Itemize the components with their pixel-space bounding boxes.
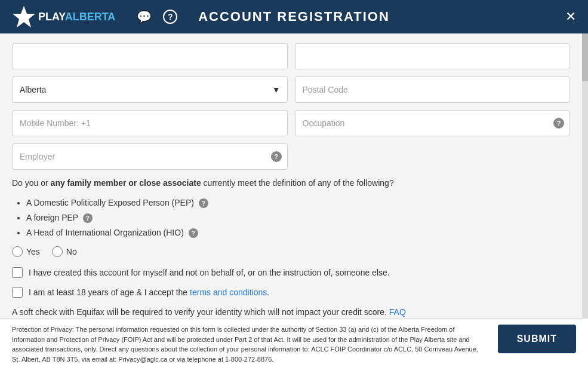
modal-footer: Protection of Privacy: The personal info…: [0, 318, 588, 370]
svg-marker-0: [13, 6, 35, 27]
equifax-notice-text: A soft check with Equifax will be requir…: [12, 307, 387, 317]
mobile-number-field: [12, 110, 288, 136]
no-label: No: [66, 247, 77, 256]
hio-label: A Head of International Organization (HI…: [26, 228, 184, 237]
mobile-number-input[interactable]: [12, 110, 288, 136]
modal-body-wrapper: Alberta British Columbia Ontario ▼ ?: [0, 33, 588, 318]
hio-help-icon[interactable]: ?: [189, 228, 198, 238]
list-item: A Domestic Politically Exposed Person (P…: [26, 197, 570, 209]
no-radio-label[interactable]: No: [52, 246, 77, 257]
partial-row: [12, 43, 570, 69]
pep-foreign-label: A foreign PEP: [26, 213, 78, 222]
mobile-occupation-row: ?: [12, 110, 570, 136]
list-item: A foreign PEP ?: [26, 212, 570, 224]
partial-field-left: [12, 43, 288, 69]
scroll-track[interactable]: [582, 33, 588, 318]
logo-alberta-text: ALBERTA: [65, 11, 116, 23]
employer-input[interactable]: [12, 143, 288, 170]
faq-link[interactable]: FAQ: [389, 307, 406, 317]
footer-privacy-text: Protection of Privacy: The personal info…: [12, 325, 486, 364]
chat-icon: 💬: [137, 10, 152, 24]
header-icons: 💬 ?: [134, 7, 180, 26]
no-radio[interactable]: [52, 246, 63, 257]
yes-no-radio-group: Yes No: [12, 246, 570, 257]
yes-label: Yes: [26, 247, 40, 256]
age-terms-suffix: .: [267, 288, 269, 297]
list-item: A Head of International Organization (HI…: [26, 227, 570, 239]
pep-question-section: Do you or any family member or close ass…: [12, 177, 570, 257]
age-terms-checkbox[interactable]: [12, 287, 23, 298]
help-button[interactable]: ?: [161, 7, 180, 26]
terms-and-conditions-link[interactable]: terms and conditions: [190, 288, 267, 297]
help-question-icon: ?: [163, 10, 177, 24]
pep-foreign-help-icon[interactable]: ?: [83, 213, 93, 223]
equifax-notice: A soft check with Equifax will be requir…: [12, 306, 570, 318]
logo-play-text: PLAY: [38, 11, 65, 23]
modal-header: PLAYALBERTA 💬 ? ACCOUNT REGISTRATION ✕: [0, 0, 588, 33]
occupation-input[interactable]: [295, 110, 571, 136]
postal-code-field: [295, 77, 571, 103]
age-terms-prefix: I am at least 18 years of age & I accept…: [29, 288, 190, 297]
employer-row: ?: [12, 143, 570, 170]
self-account-checkbox-label[interactable]: I have created this account for myself a…: [12, 267, 570, 279]
modal-body: Alberta British Columbia Ontario ▼ ?: [0, 33, 582, 318]
employer-field: ?: [12, 143, 288, 170]
close-button[interactable]: ✕: [565, 10, 576, 23]
self-account-checkbox[interactable]: [12, 267, 23, 278]
province-select[interactable]: Alberta British Columbia Ontario: [12, 77, 288, 103]
province-field: Alberta British Columbia Ontario ▼: [12, 77, 288, 103]
yes-radio[interactable]: [12, 246, 23, 257]
occupation-field: ?: [295, 110, 571, 136]
employer-help-icon[interactable]: ?: [271, 151, 282, 162]
self-account-text: I have created this account for myself a…: [29, 267, 390, 279]
pep-domestic-help-icon[interactable]: ?: [199, 198, 208, 208]
checkbox-section: I have created this account for myself a…: [12, 267, 570, 299]
pep-domestic-label: A Domestic Politically Exposed Person (P…: [26, 198, 194, 207]
logo-area: PLAYALBERTA 💬 ?: [12, 5, 180, 29]
play-alberta-logo: PLAYALBERTA: [12, 5, 115, 29]
pep-question-text: Do you or any family member or close ass…: [12, 177, 570, 189]
footer-content: Protection of Privacy: The personal info…: [12, 325, 576, 364]
play-alberta-star-icon: [12, 5, 36, 29]
scroll-thumb[interactable]: [582, 33, 588, 81]
age-terms-checkbox-label[interactable]: I am at least 18 years of age & I accept…: [12, 286, 570, 299]
province-postal-row: Alberta British Columbia Ontario ▼: [12, 77, 570, 103]
yes-radio-label[interactable]: Yes: [12, 246, 40, 257]
modal-title: ACCOUNT REGISTRATION: [198, 9, 390, 25]
occupation-help-icon[interactable]: ?: [553, 118, 564, 129]
postal-code-input[interactable]: [295, 77, 571, 103]
submit-button[interactable]: SUBMIT: [498, 325, 576, 353]
partial-field-right: [295, 43, 571, 69]
chat-button[interactable]: 💬: [134, 7, 153, 26]
pep-bullet-list: A Domestic Politically Exposed Person (P…: [12, 197, 570, 239]
age-terms-text: I am at least 18 years of age & I accept…: [29, 286, 269, 299]
